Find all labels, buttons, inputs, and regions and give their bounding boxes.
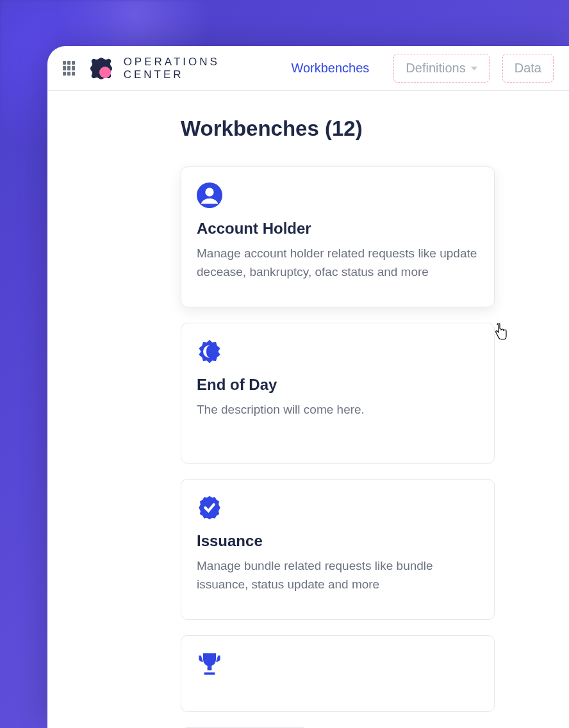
card-account-holder[interactable]: Account Holder Manage account holder rel… [181,166,495,307]
page-title: Workbenches (12) [181,117,569,141]
person-circle-icon [197,182,222,208]
brightness-icon [197,339,222,364]
app-window: OPERATIONS CENTER Workbenches Definition… [47,46,569,728]
card-end-of-day[interactable]: End of Day The description will come her… [181,323,495,464]
content: Workbenches (12) Account Holder Manage a… [47,91,569,728]
trophy-icon [197,651,222,677]
apps-grid-icon[interactable] [63,61,75,76]
card-title: Issuance [197,532,479,550]
card-title: Account Holder [197,220,479,238]
card-desc: Manage bundle related requests like bund… [197,556,479,594]
svg-point-2 [205,188,213,196]
svg-point-0 [99,67,111,78]
card-issuance[interactable]: Issuance Manage bundle related requests … [181,479,495,620]
nav-label: Definitions [406,61,465,76]
card-desc: Manage account holder related requests l… [197,244,479,282]
nav-definitions[interactable]: Definitions [393,54,489,83]
nav-label: Data [515,61,541,76]
card-trophy[interactable] [181,635,495,712]
logo-icon [88,55,115,82]
verified-icon [197,495,222,521]
card-grid: Account Holder Manage account holder rel… [181,166,569,728]
card-desc: The description will come here. [197,400,479,419]
nav-label: Workbenches [291,61,369,76]
brand-text: OPERATIONS CENTER [124,56,242,81]
card-title: End of Day [197,376,479,394]
nav-data[interactable]: Data [502,54,554,83]
nav-workbenches[interactable]: Workbenches [279,54,381,82]
top-nav: Workbenches Definitions Data [279,54,554,83]
chevron-down-icon [471,67,477,70]
cursor-hand-icon [493,323,508,341]
brand[interactable]: OPERATIONS CENTER [88,55,242,82]
topbar: OPERATIONS CENTER Workbenches Definition… [47,46,569,91]
